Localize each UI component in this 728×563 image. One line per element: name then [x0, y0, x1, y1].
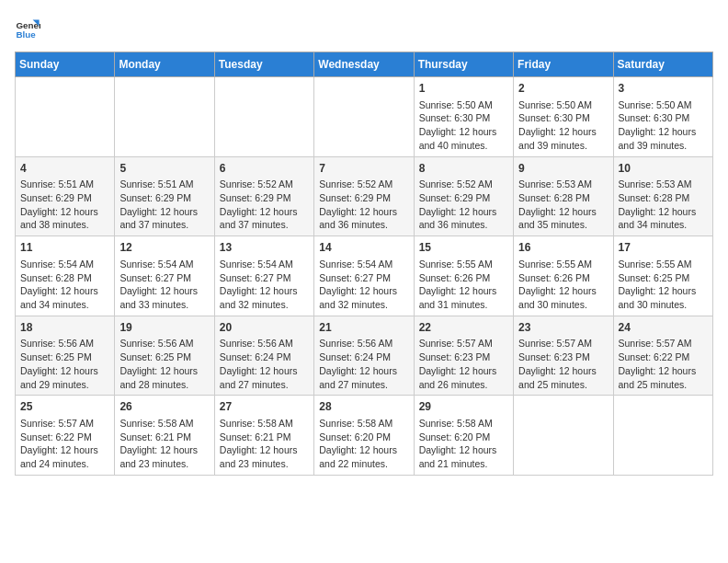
day-info: and 33 minutes. — [119, 298, 209, 312]
calendar-cell: 14Sunrise: 5:54 AMSunset: 6:27 PMDayligh… — [314, 236, 414, 316]
day-info: and 40 minutes. — [419, 139, 508, 153]
day-info: and 37 minutes. — [220, 218, 309, 232]
calendar-table: SundayMondayTuesdayWednesdayThursdayFrid… — [15, 52, 713, 476]
day-info: Daylight: 12 hours — [518, 364, 608, 378]
day-info: and 21 minutes. — [419, 457, 508, 471]
day-info: Sunrise: 5:55 AM — [619, 258, 708, 271]
day-number: 11 — [20, 240, 109, 256]
calendar-cell: 11Sunrise: 5:54 AMSunset: 6:28 PMDayligh… — [16, 236, 115, 316]
day-info: Daylight: 12 hours — [419, 443, 508, 457]
day-info: Sunset: 6:25 PM — [619, 271, 708, 285]
day-info: Daylight: 12 hours — [119, 443, 209, 457]
calendar-cell: 20Sunrise: 5:56 AMSunset: 6:24 PMDayligh… — [214, 316, 313, 396]
day-info: and 32 minutes. — [220, 298, 309, 312]
day-info: Sunrise: 5:57 AM — [518, 337, 608, 350]
day-info: and 36 minutes. — [419, 218, 508, 232]
day-info: Daylight: 12 hours — [220, 284, 309, 298]
logo: General Blue — [15, 15, 44, 40]
day-info: Daylight: 12 hours — [319, 443, 408, 457]
calendar-cell: 10Sunrise: 5:53 AMSunset: 6:28 PMDayligh… — [613, 156, 712, 236]
day-info: and 38 minutes. — [20, 218, 109, 232]
day-info: Sunrise: 5:51 AM — [119, 178, 209, 191]
day-info: Daylight: 12 hours — [319, 205, 408, 219]
day-number: 19 — [119, 320, 209, 336]
day-number: 5 — [119, 161, 209, 177]
weekday-header-thursday: Thursday — [414, 52, 513, 77]
calendar-cell — [314, 77, 414, 157]
day-number: 25 — [20, 399, 109, 415]
day-info: Sunrise: 5:55 AM — [518, 258, 608, 271]
day-number: 23 — [518, 320, 608, 336]
day-info: Sunrise: 5:51 AM — [20, 178, 109, 191]
day-info: Sunrise: 5:58 AM — [319, 417, 408, 431]
calendar-week-3: 11Sunrise: 5:54 AMSunset: 6:28 PMDayligh… — [16, 236, 713, 316]
calendar-body: 1Sunrise: 5:50 AMSunset: 6:30 PMDaylight… — [16, 77, 713, 476]
day-info: and 34 minutes. — [619, 218, 708, 232]
weekday-header-friday: Friday — [514, 52, 613, 77]
day-info: Daylight: 12 hours — [319, 364, 408, 378]
calendar-cell — [613, 396, 712, 476]
day-info: Sunrise: 5:54 AM — [319, 258, 408, 271]
calendar-cell: 22Sunrise: 5:57 AMSunset: 6:23 PMDayligh… — [414, 316, 513, 396]
day-info: Sunset: 6:28 PM — [20, 271, 109, 285]
day-info: Sunset: 6:29 PM — [20, 191, 109, 205]
day-info: Sunset: 6:21 PM — [220, 431, 309, 444]
calendar-header: SundayMondayTuesdayWednesdayThursdayFrid… — [16, 52, 713, 77]
day-info: Sunset: 6:23 PM — [518, 350, 608, 364]
day-info: and 25 minutes. — [619, 378, 708, 392]
weekday-header-tuesday: Tuesday — [214, 52, 313, 77]
calendar-cell: 28Sunrise: 5:58 AMSunset: 6:20 PMDayligh… — [314, 396, 414, 476]
day-info: Sunrise: 5:50 AM — [619, 98, 708, 112]
day-info: Daylight: 12 hours — [20, 205, 109, 219]
day-info: and 34 minutes. — [20, 298, 109, 312]
day-number: 29 — [419, 399, 508, 415]
day-info: Sunrise: 5:56 AM — [20, 337, 109, 350]
day-info: Sunrise: 5:52 AM — [220, 178, 309, 191]
weekday-header-saturday: Saturday — [613, 52, 712, 77]
day-info: Daylight: 12 hours — [419, 284, 508, 298]
day-info: Sunrise: 5:56 AM — [119, 337, 209, 350]
calendar-cell — [115, 77, 214, 157]
calendar-cell: 21Sunrise: 5:56 AMSunset: 6:24 PMDayligh… — [314, 316, 414, 396]
day-info: Sunrise: 5:56 AM — [220, 337, 309, 350]
calendar-cell: 3Sunrise: 5:50 AMSunset: 6:30 PMDaylight… — [613, 77, 712, 157]
day-info: and 28 minutes. — [119, 378, 209, 392]
day-info: Sunset: 6:20 PM — [319, 431, 408, 444]
day-info: and 26 minutes. — [419, 378, 508, 392]
day-info: Daylight: 12 hours — [619, 205, 708, 219]
day-number: 14 — [319, 240, 408, 256]
day-number: 8 — [419, 161, 508, 177]
day-info: and 23 minutes. — [220, 457, 309, 471]
day-info: and 32 minutes. — [319, 298, 408, 312]
calendar-cell: 2Sunrise: 5:50 AMSunset: 6:30 PMDaylight… — [514, 77, 613, 157]
day-number: 7 — [319, 161, 408, 177]
day-info: Daylight: 12 hours — [419, 364, 508, 378]
day-info: Daylight: 12 hours — [419, 205, 508, 219]
day-info: and 25 minutes. — [518, 378, 608, 392]
day-info: and 27 minutes. — [319, 378, 408, 392]
day-info: Sunset: 6:25 PM — [119, 350, 209, 364]
calendar-cell: 24Sunrise: 5:57 AMSunset: 6:22 PMDayligh… — [613, 316, 712, 396]
day-info: Sunset: 6:29 PM — [220, 191, 309, 205]
day-number: 2 — [518, 81, 608, 97]
day-info: Daylight: 12 hours — [119, 364, 209, 378]
calendar-cell: 9Sunrise: 5:53 AMSunset: 6:28 PMDaylight… — [514, 156, 613, 236]
day-info: and 35 minutes. — [518, 218, 608, 232]
day-number: 9 — [518, 161, 608, 177]
weekday-header-sunday: Sunday — [16, 52, 115, 77]
day-info: Daylight: 12 hours — [518, 284, 608, 298]
day-number: 17 — [619, 240, 708, 256]
day-info: and 39 minutes. — [518, 139, 608, 153]
day-info: Daylight: 12 hours — [119, 284, 209, 298]
day-number: 21 — [319, 320, 408, 336]
calendar-cell: 15Sunrise: 5:55 AMSunset: 6:26 PMDayligh… — [414, 236, 513, 316]
day-info: Daylight: 12 hours — [619, 364, 708, 378]
day-info: Sunrise: 5:52 AM — [419, 178, 508, 191]
day-info: Sunrise: 5:54 AM — [20, 258, 109, 271]
day-info: Sunset: 6:30 PM — [419, 111, 508, 125]
calendar-cell — [16, 77, 115, 157]
day-info: Sunset: 6:30 PM — [518, 111, 608, 125]
day-number: 4 — [20, 161, 109, 177]
calendar-week-1: 1Sunrise: 5:50 AMSunset: 6:30 PMDaylight… — [16, 77, 713, 157]
day-info: Sunset: 6:27 PM — [220, 271, 309, 285]
